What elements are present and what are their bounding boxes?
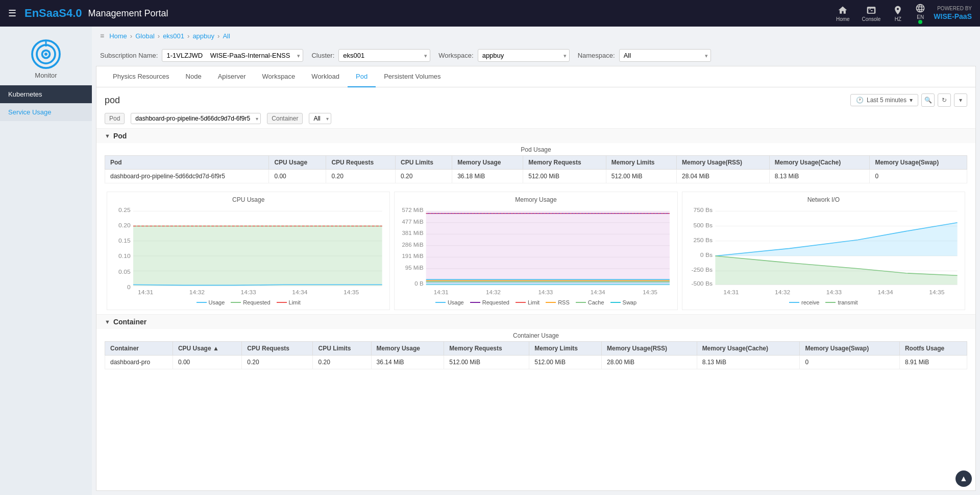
breadcrumb-appbuy[interactable]: appbuy (192, 32, 214, 40)
th-container-memory-requests: Memory Requests (444, 342, 529, 356)
cpu-chart-area: 0.25 0.20 0.15 0.10 0.05 0 (111, 205, 385, 297)
network-chart-svg: 750 Bs 500 Bs 250 Bs 0 Bs -250 Bs -500 B… (687, 205, 961, 297)
legend-transmit: transmit (825, 299, 857, 305)
cpu-chart-box: CPU Usage 0.25 0.20 0.15 0.10 0.05 0 (107, 192, 390, 310)
network-chart-title: Network I/O (687, 196, 961, 203)
nav-home[interactable]: Home (836, 5, 850, 22)
namespace-select[interactable]: All (619, 49, 711, 62)
tab-pod[interactable]: Pod (348, 66, 376, 87)
breadcrumb-eks001[interactable]: eks001 (163, 32, 184, 40)
memory-chart-box: Memory Usage 572 MiB 477 MiB 381 MiB 286… (394, 192, 677, 310)
th-memory-requests: Memory Requests (523, 156, 606, 170)
time-selector-arrow: ▾ (910, 97, 913, 104)
tab-workload[interactable]: Workload (303, 66, 348, 87)
legend-requested-dot (231, 302, 241, 303)
namespace-label: Namespace: (578, 52, 615, 59)
cell-cpu-limits: 0.20 (396, 170, 452, 183)
tab-workspace[interactable]: Workspace (254, 66, 304, 87)
sidebar-item-service-usage[interactable]: Service Usage (0, 103, 92, 121)
pod-table-title: Pod Usage (105, 143, 967, 155)
th-cpu-requests: CPU Requests (326, 156, 396, 170)
workspace-select[interactable]: appbuy (478, 49, 570, 62)
container-filter-label: Container (267, 113, 303, 124)
network-chart-legend: receive transmit (687, 299, 961, 305)
hamburger-icon[interactable]: ☰ (8, 8, 16, 19)
online-status-indicator (918, 20, 922, 24)
svg-text:0 Bs: 0 Bs (700, 252, 713, 258)
cell-memory-cache: 8.13 MiB (769, 170, 870, 183)
network-chart-box: Network I/O 750 Bs 500 Bs 250 Bs 0 Bs -2… (682, 192, 965, 310)
svg-text:14:34: 14:34 (292, 290, 307, 295)
cpu-chart-title: CPU Usage (111, 196, 385, 203)
container-filter-select[interactable]: All (309, 113, 331, 124)
more-options-btn[interactable]: ▾ (954, 93, 967, 107)
network-chart-area: 750 Bs 500 Bs 250 Bs 0 Bs -250 Bs -500 B… (687, 205, 961, 297)
search-icon-btn[interactable]: 🔍 (921, 93, 935, 107)
content-area: Physics Resources Node Apiserver Workspa… (96, 66, 976, 491)
cell-container-memory-cache: 8.13 MiB (697, 356, 800, 369)
header-title: Management Portal (88, 8, 836, 19)
legend-mem-limit: Limit (516, 299, 540, 305)
legend-limit-dot (277, 302, 287, 303)
nav-console[interactable]: Console (862, 5, 881, 22)
svg-marker-17 (133, 226, 382, 286)
tab-physics-resources[interactable]: Physics Resources (105, 66, 178, 87)
tab-node[interactable]: Node (178, 66, 210, 87)
tab-persistent-volumes[interactable]: Persistent Volumes (376, 66, 449, 87)
cell-memory-swap: 0 (870, 170, 967, 183)
time-selector[interactable]: 🕐 Last 5 minutes ▾ (850, 94, 918, 106)
sidebar-item-kubernetes[interactable]: Kubernetes (0, 85, 92, 103)
th-memory-limits: Memory Limits (606, 156, 676, 170)
pod-section-header[interactable]: ▼ Pod (96, 128, 975, 143)
subscription-filter: Subscription Name: 1-1VLZJWD WISE-PaaS-I… (100, 49, 303, 62)
workspace-filter: Workspace: appbuy (438, 49, 569, 62)
svg-text:14:32: 14:32 (189, 290, 205, 295)
scroll-to-top-button[interactable]: ▲ (955, 470, 972, 487)
container-table: Container CPU Usage ▲ CPU Requests CPU L… (105, 341, 967, 369)
nav-hz-label: HZ (895, 16, 901, 22)
powered-by: POWERED BY WISE-PaaS (934, 5, 972, 21)
subscription-select[interactable]: 1-1VLZJWD WISE-PaaS-Internal-ENSS (162, 49, 303, 62)
main-content: ≡ Home › Global › eks001 › appbuy › All … (92, 27, 980, 495)
header: ☰ EnSaaS4.0 Management Portal Home Conso… (0, 0, 980, 27)
legend-usage-dot (197, 302, 207, 303)
legend-limit: Limit (277, 299, 301, 305)
svg-text:14:31: 14:31 (138, 290, 153, 295)
memory-chart-area: 572 MiB 477 MiB 381 MiB 286 MiB 191 MiB … (399, 205, 673, 297)
container-section-header[interactable]: ▼ Container (96, 314, 975, 329)
container-section-title: Container (113, 318, 146, 326)
pod-table: Pod CPU Usage CPU Requests CPU Limits Me… (105, 155, 967, 183)
sidebar-monitor-section: Monitor (0, 31, 92, 85)
pod-filter-select[interactable]: dashboard-pro-pipeline-5d66dc9d7d-6f9r5 (131, 113, 261, 124)
monitor-icon (31, 39, 61, 69)
nav-language[interactable]: EN (915, 3, 925, 24)
th-memory-swap: Memory Usage(Swap) (870, 156, 967, 170)
breadcrumb-global[interactable]: Global (135, 32, 155, 40)
cell-container-rootfs: 8.91 MiB (899, 356, 967, 369)
th-container-memory-swap: Memory Usage(Swap) (800, 342, 900, 356)
breadcrumb-home[interactable]: Home (109, 32, 127, 40)
nav-hz[interactable]: HZ (893, 5, 903, 22)
workspace-select-wrap: appbuy (478, 49, 570, 62)
cluster-select[interactable]: eks001 (338, 49, 430, 62)
breadcrumb-menu-icon[interactable]: ≡ (100, 32, 104, 40)
tab-apiserver[interactable]: Apiserver (210, 66, 254, 87)
subscription-label: Subscription Name: (100, 52, 158, 59)
th-container-memory-limits: Memory Limits (529, 342, 602, 356)
namespace-select-wrap: All (619, 49, 711, 62)
refresh-icon-btn[interactable]: ↻ (938, 93, 951, 107)
nav-console-label: Console (862, 16, 881, 22)
container-table-title: Container Usage (105, 329, 967, 341)
workspace-label: Workspace: (438, 52, 473, 59)
svg-text:14:33: 14:33 (538, 290, 553, 295)
svg-text:14:31: 14:31 (434, 290, 449, 295)
svg-text:0: 0 (127, 285, 131, 290)
breadcrumb-all[interactable]: All (223, 32, 230, 40)
cell-memory-rss: 28.04 MiB (677, 170, 770, 183)
svg-text:14:34: 14:34 (877, 290, 893, 295)
memory-chart-svg: 572 MiB 477 MiB 381 MiB 286 MiB 191 MiB … (399, 205, 673, 297)
tabs-bar: Physics Resources Node Apiserver Workspa… (96, 66, 975, 87)
th-container-memory-usage: Memory Usage (371, 342, 444, 356)
svg-text:14:33: 14:33 (826, 290, 841, 295)
svg-text:14:33: 14:33 (241, 290, 256, 295)
